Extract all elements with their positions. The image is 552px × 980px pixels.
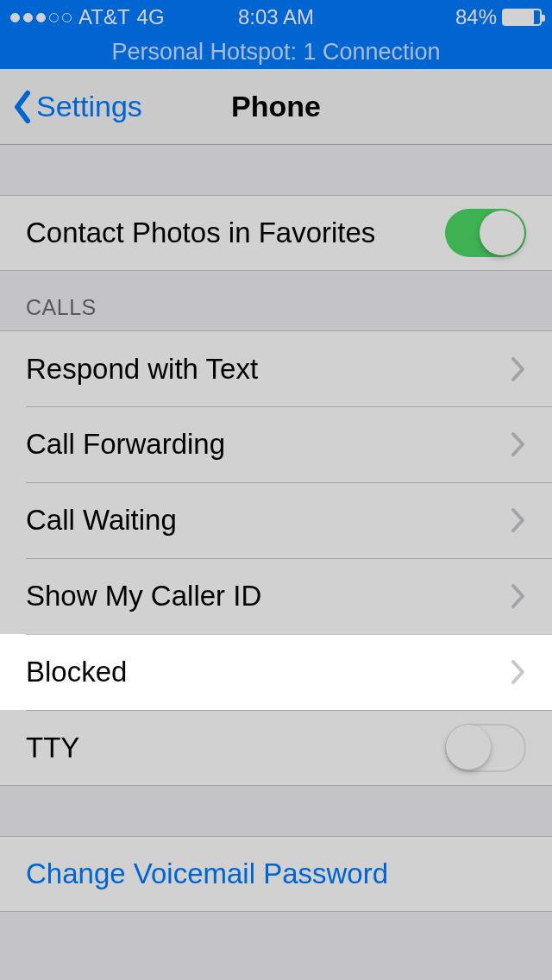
back-button[interactable]: Settings: [0, 90, 142, 124]
row-label: Show My Caller ID: [26, 580, 511, 612]
battery-icon: [502, 9, 542, 26]
row-label: Call Forwarding: [26, 428, 511, 461]
row-label: Blocked: [26, 656, 511, 688]
hotspot-bar[interactable]: Personal Hotspot: 1 Connection: [0, 35, 552, 69]
chevron-right-icon: [511, 356, 526, 382]
row-label: Respond with Text: [26, 353, 511, 386]
row-contact-photos: Contact Photos in Favorites: [0, 195, 552, 271]
chevron-left-icon: [12, 90, 33, 124]
row-label: Call Waiting: [26, 504, 511, 537]
toggle-contact-photos[interactable]: [445, 209, 526, 257]
row-respond-with-text[interactable]: Respond with Text: [0, 330, 552, 406]
clock-label: 8:03 AM: [0, 5, 552, 29]
row-label: Change Voicemail Password: [26, 858, 526, 890]
chevron-right-icon: [511, 431, 526, 457]
row-label: Contact Photos in Favorites: [26, 217, 445, 249]
section-header-calls: CALLS: [0, 271, 552, 330]
row-label: TTY: [26, 732, 445, 764]
chevron-right-icon: [511, 507, 526, 533]
row-blocked[interactable]: Blocked: [0, 634, 552, 710]
toggle-tty[interactable]: [445, 724, 526, 772]
row-change-voicemail-password[interactable]: Change Voicemail Password: [0, 836, 552, 912]
row-call-forwarding[interactable]: Call Forwarding: [0, 406, 552, 482]
chevron-right-icon: [511, 659, 526, 685]
nav-bar: Settings Phone: [0, 69, 552, 145]
status-bar: AT&T 4G 8:03 AM 84%: [0, 0, 552, 35]
row-tty: TTY: [0, 710, 552, 786]
row-show-caller-id[interactable]: Show My Caller ID: [0, 558, 552, 634]
back-label: Settings: [36, 90, 142, 123]
row-call-waiting[interactable]: Call Waiting: [0, 482, 552, 558]
chevron-right-icon: [511, 583, 526, 609]
